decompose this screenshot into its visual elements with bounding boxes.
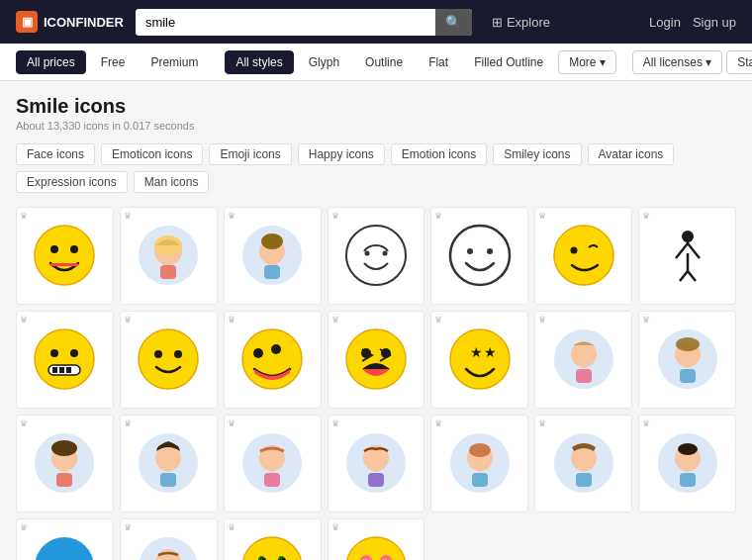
filter-free[interactable]: Free (90, 50, 137, 74)
filter-staff-picks[interactable]: Staff picks (726, 50, 752, 74)
filter-flat[interactable]: Flat (418, 50, 459, 74)
svg-rect-65 (368, 473, 384, 487)
svg-rect-62 (264, 473, 280, 487)
icon-cell[interactable]: ♛ (534, 207, 632, 305)
tag-pill[interactable]: Avatar icons (588, 143, 675, 165)
icon-cell[interactable]: ♛ (638, 311, 736, 409)
icon-cell[interactable]: ♛ $ $ (224, 518, 322, 560)
crown-icon: ♛ (642, 315, 650, 325)
filter-outline[interactable]: Outline (354, 50, 414, 74)
filter-filled-outline[interactable]: Filled Outline (463, 50, 554, 74)
icon-cell[interactable]: ♛ (120, 311, 218, 409)
icon-grid: ♛ ♛ ♛ (16, 207, 736, 560)
crown-icon: ♛ (434, 211, 442, 221)
svg-text:$: $ (278, 554, 285, 560)
crown-icon: ♛ (538, 211, 546, 221)
filter-premium[interactable]: Premium (140, 50, 209, 74)
filter-license[interactable]: All licenses ▾ (632, 50, 722, 74)
header-actions: Login Sign up (649, 15, 736, 30)
login-link[interactable]: Login (649, 15, 681, 30)
tag-pill[interactable]: Emotion icons (391, 143, 487, 165)
svg-rect-51 (680, 369, 696, 383)
tag-pill[interactable]: Happy icons (298, 143, 385, 165)
svg-point-11 (261, 233, 283, 249)
icon-cell[interactable]: ♛ (638, 207, 736, 305)
icon-cell[interactable]: ♛ (120, 415, 218, 513)
filter-more[interactable]: More ▾ (558, 50, 616, 74)
crown-icon: ♛ (538, 419, 546, 428)
crown-icon: ♛ (228, 315, 235, 325)
svg-rect-68 (472, 473, 488, 487)
search-input[interactable] (136, 9, 435, 36)
icon-cell[interactable]: ♛ (16, 311, 114, 409)
crown-icon: ♛ (124, 211, 132, 221)
svg-point-2 (70, 245, 78, 253)
svg-rect-32 (59, 367, 64, 373)
icon-cell[interactable]: ♛ (534, 415, 632, 513)
svg-point-76 (678, 443, 698, 455)
crown-icon: ♛ (434, 315, 442, 325)
tag-pill[interactable]: Smiley icons (493, 143, 581, 165)
logo[interactable]: ▣ ICONFINDER (16, 11, 124, 33)
filter-all-prices[interactable]: All prices (16, 50, 86, 74)
icon-cell[interactable]: ♛ (224, 311, 322, 409)
crown-icon: ♛ (228, 522, 235, 532)
svg-point-38 (253, 348, 263, 358)
svg-rect-55 (56, 473, 72, 487)
tag-pill[interactable]: Emoticon icons (101, 143, 203, 165)
icon-cell[interactable]: ♛ (638, 415, 736, 513)
svg-text:$: $ (258, 554, 265, 560)
explore-link[interactable]: ⊞ Explore (492, 15, 550, 30)
svg-line-25 (688, 271, 696, 281)
svg-rect-59 (160, 473, 176, 487)
tag-pill[interactable]: Face icons (16, 143, 95, 165)
svg-line-22 (688, 243, 700, 258)
icon-cell[interactable]: ♛ (328, 207, 425, 305)
icon-cell[interactable]: ♛ (534, 311, 632, 409)
signup-link[interactable]: Sign up (693, 15, 736, 30)
page-title: Smile icons (16, 95, 736, 118)
crown-icon: ♛ (434, 419, 442, 428)
svg-rect-48 (576, 369, 592, 383)
crown-icon: ♛ (20, 419, 28, 428)
icon-cell[interactable]: ♛ (328, 311, 425, 409)
svg-point-12 (346, 226, 406, 285)
tag-pill[interactable]: Man icons (134, 171, 210, 193)
icon-cell[interactable]: ♛ (224, 415, 322, 513)
svg-line-21 (676, 243, 688, 258)
icon-cell[interactable]: ♛ (430, 415, 528, 513)
filter-all-styles[interactable]: All styles (225, 50, 293, 74)
crown-icon: ♛ (124, 419, 132, 428)
svg-point-15 (450, 226, 510, 285)
svg-rect-31 (52, 367, 57, 373)
search-button[interactable]: 🔍 (435, 9, 472, 36)
svg-point-52 (676, 337, 700, 351)
icon-cell[interactable]: ♛ ♥ ♥ (328, 518, 425, 560)
icon-cell[interactable]: ♛ (224, 207, 322, 305)
filter-glyph[interactable]: Glyph (298, 50, 350, 74)
svg-rect-72 (576, 473, 592, 487)
tag-pill[interactable]: Expression icons (16, 171, 128, 193)
icon-cell[interactable]: ♛ (120, 518, 218, 560)
main-content: Smile icons About 13,330 icons in 0.017 … (0, 81, 752, 560)
svg-point-17 (487, 248, 493, 254)
icon-cell[interactable]: ♛ (120, 207, 218, 305)
crown-icon: ♛ (331, 211, 339, 221)
svg-point-86 (242, 537, 302, 560)
page-subtitle: About 13,330 icons in 0.017 seconds (16, 120, 736, 132)
icon-cell[interactable]: ♛ (328, 415, 425, 513)
svg-point-39 (271, 344, 281, 354)
svg-rect-75 (680, 473, 696, 487)
icon-cell[interactable]: ♛ (16, 207, 114, 305)
icon-cell[interactable]: ♛ (16, 518, 114, 560)
svg-rect-3 (50, 263, 78, 266)
crown-icon: ♛ (642, 419, 650, 428)
icon-cell[interactable]: ♛ ★ ★ (430, 311, 528, 409)
icon-cell[interactable]: ♛ (430, 207, 528, 305)
tag-pill[interactable]: Emoji icons (209, 143, 291, 165)
icon-cell[interactable]: ♛ (16, 415, 114, 513)
svg-point-91 (346, 537, 406, 560)
svg-point-27 (35, 329, 94, 389)
svg-rect-7 (160, 265, 176, 279)
crown-icon: ♛ (331, 419, 339, 428)
